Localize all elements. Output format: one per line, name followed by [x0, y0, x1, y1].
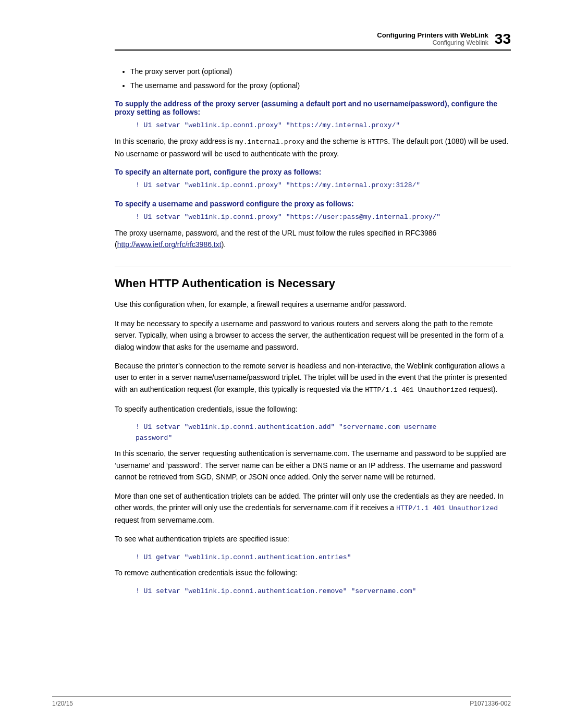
page-header: Configuring Printers with WebLink Config…: [115, 31, 511, 51]
section3-code: ! U1 setvar "weblink.ip.conn1.proxy" "ht…: [136, 212, 511, 223]
section1-inline2: HTTPS: [368, 138, 388, 146]
main-para8: To remove authentication credentials iss…: [115, 567, 511, 578]
header-title: Configuring Printers with WebLink: [377, 31, 488, 39]
main-code1-line1: ! U1 setvar "weblink.ip.conn1.authentica…: [136, 423, 436, 431]
main-para6-end: request from servername.com.: [115, 516, 214, 524]
main-para2: It may be necessary to specify a usernam…: [115, 318, 511, 353]
main-para3-code: HTTP/1.1 401 Unauthorized: [365, 386, 467, 394]
main-para4: To specify authentication credentials, i…: [115, 403, 511, 415]
section1-inline1: my.internal.proxy: [235, 138, 304, 146]
section3-heading: To specify a username and password confi…: [115, 200, 511, 208]
footer-date: 1/20/15: [52, 700, 73, 707]
main-code1: ! U1 setvar "weblink.ip.conn1.authentica…: [136, 422, 511, 444]
main-code1-line2: password": [136, 434, 172, 442]
intro-bullets: The proxy server port (optional) The use…: [130, 66, 511, 91]
header-subtitle: Configuring Weblink: [377, 39, 488, 46]
main-para3-end: request).: [467, 385, 497, 393]
main-code2: ! U1 getvar "weblink.ip.conn1.authentica…: [136, 552, 511, 563]
footer-doc-number: P1071336-002: [470, 700, 511, 707]
main-code3: ! U1 setvar "weblink.ip.conn1.authentica…: [136, 586, 511, 597]
main-section-heading: When HTTP Authentication is Necessary: [115, 266, 511, 290]
section1-body-text1: In this scenario, the proxy address is: [115, 137, 235, 145]
page-footer: 1/20/15 P1071336-002: [52, 696, 511, 707]
section3-body: The proxy username, password, and the re…: [115, 227, 511, 251]
list-item: The proxy server port (optional): [130, 66, 511, 77]
section2-heading: To specify an alternate port, configure …: [115, 168, 511, 176]
section1-heading: To supply the address of the proxy serve…: [115, 100, 511, 116]
main-para7: To see what authentication triplets are …: [115, 533, 511, 545]
main-para5: In this scenario, the server requesting …: [115, 448, 511, 483]
main-para3: Because the printer’s connection to the …: [115, 360, 511, 396]
main-para1: Use this configuration when, for example…: [115, 299, 511, 310]
section3-body-end: ).: [222, 240, 226, 249]
main-content: The proxy server port (optional) The use…: [115, 66, 511, 597]
page: Configuring Printers with WebLink Config…: [0, 0, 563, 728]
section1-code: ! U1 setvar "weblink.ip.conn1.proxy" "ht…: [136, 120, 511, 131]
page-number: 33: [495, 32, 511, 46]
section1-body-text1b: and the scheme is: [304, 137, 368, 145]
list-item: The username and password for the proxy …: [130, 80, 511, 91]
main-para6: More than one set of authentication trip…: [115, 490, 511, 526]
section2-code: ! U1 setvar "weblink.ip.conn1.proxy" "ht…: [136, 180, 511, 191]
main-para6-code: HTTP/1.1 401 Unauthorized: [396, 504, 498, 512]
rfc-link[interactable]: http://www.ietf.org/rfc/rfc3986.txt: [117, 240, 222, 249]
section1-body: In this scenario, the proxy address is m…: [115, 135, 511, 159]
